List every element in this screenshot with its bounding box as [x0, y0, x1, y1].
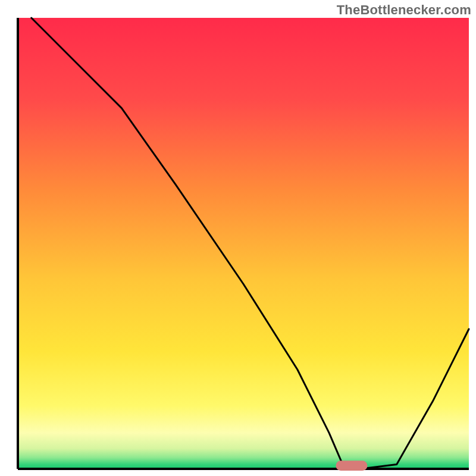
- chart-frame: TheBottlenecker.com: [0, 0, 476, 476]
- optimal-marker: [336, 461, 367, 471]
- bottleneck-chart: [0, 0, 476, 476]
- gradient-background: [18, 18, 469, 469]
- watermark-label: TheBottlenecker.com: [337, 2, 471, 18]
